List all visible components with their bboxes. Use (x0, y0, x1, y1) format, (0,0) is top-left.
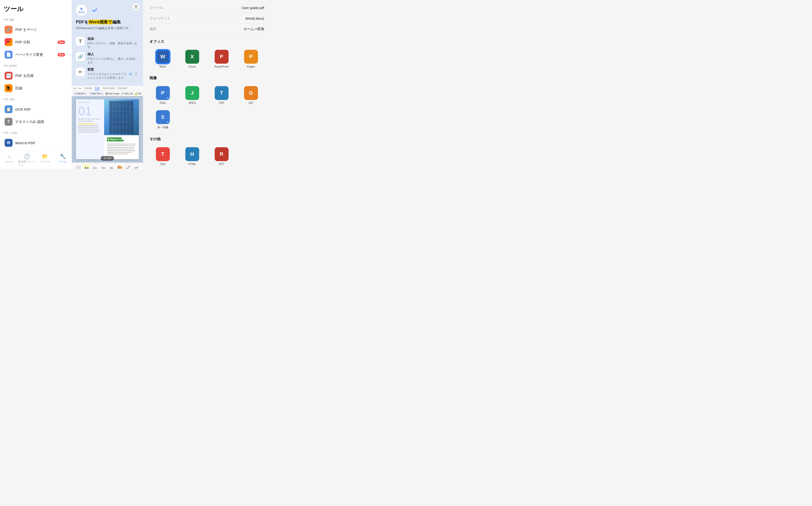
menu-item-word-pdf[interactable]: W Word to PDF › (4, 137, 68, 149)
section-pdf-optimize: PDF 最適化 (4, 64, 68, 68)
feature-add: T 追加 PDFにテキスト、画像、図形を追加します。 (76, 37, 139, 49)
font-aa4-icon[interactable]: Aa (108, 164, 115, 169)
page-title: ツール (4, 5, 68, 13)
gif-icon-box: G (244, 86, 258, 100)
nav-home[interactable]: ⌂ ホーム (0, 153, 18, 168)
ocr-icon: 📋 (5, 105, 12, 113)
redo-icon[interactable]: ↪ (78, 87, 81, 90)
title-prefix: PDFを (76, 20, 88, 24)
format-single[interactable]: S ✱ 単一画像 (149, 110, 176, 130)
ocr-label: OCR PDF (15, 107, 65, 111)
word-letter: W (160, 54, 165, 59)
select-icon[interactable]: ⬜ (75, 164, 82, 169)
add-image-btn[interactable]: 🖼 Add Image (105, 92, 120, 95)
menu-item-pagesize[interactable]: 📄 ページサイズ変更 New › (4, 49, 68, 61)
building-image (104, 99, 138, 135)
nav-recent-label: 最近開いたファイル (18, 160, 36, 167)
pdf-toolbar-1: ↩ ↪ Home Edit Comment Convert (72, 86, 143, 91)
right-panel: ファイル User guide.pdf フォーマット Word(.docx) 場… (143, 0, 271, 169)
watermark-btn[interactable]: 🔒 Wa (135, 92, 141, 95)
nav-recent[interactable]: 🕐 最近開いたファイル (18, 153, 36, 168)
pdf-right-col: Cool Buildings& Nice Gradients A calm wa… (104, 99, 138, 159)
pdf-tabs: Home Edit Comment Convert (85, 87, 127, 90)
single-letter: S (161, 114, 165, 120)
menu-button[interactable]: ☰ (132, 3, 140, 11)
format-jpeg[interactable]: J JPEG (179, 86, 205, 105)
menu-item-ocr[interactable]: 📋 OCR PDF › (4, 103, 68, 115)
format-text[interactable]: T Text (149, 147, 176, 166)
highlight-icon[interactable]: 🖍 (124, 164, 132, 169)
font-aa1-icon[interactable]: Aa (83, 164, 90, 169)
html-icon-box: H (185, 147, 199, 161)
font-aa3-icon[interactable]: Aa (99, 164, 107, 169)
info-row-format: フォーマット Word(.docx) (149, 16, 264, 24)
office-grid: W Word X Excel P PowerPoint P Pages (149, 50, 264, 68)
center-top-card: PDFをWord感覚で編集 PDFelementでの編集は非常に簡単です。 ☰ (72, 0, 143, 34)
pdf-text-area: Cool Buildings& Nice Gradients A calm wa… (104, 135, 138, 156)
split-badge: New (58, 40, 65, 44)
powerpoint-icon-box: P (215, 50, 228, 64)
format-rtf[interactable]: R RTF (208, 147, 235, 166)
format-value: Word(.docx) (245, 16, 264, 20)
png-label: PNG (160, 101, 166, 105)
edit-all-btn[interactable]: ✏ Edit All ∨ (73, 92, 87, 95)
format-png[interactable]: P ✱ PNG (149, 86, 176, 105)
insert-title: 挿入 (87, 52, 139, 57)
nav-home-label: ホーム (5, 160, 13, 163)
pagesize-chevron: › (66, 53, 67, 57)
format-pages[interactable]: P Pages (237, 50, 264, 68)
merge-chevron: › (66, 28, 67, 31)
nav-tools[interactable]: 🔧 ツール (54, 153, 72, 168)
format-word[interactable]: W Word (149, 50, 176, 68)
single-image-grid: S ✱ 単一画像 (149, 110, 264, 130)
bottom-toolbar: ⬜ Aa Aa Aa Aa 🎨 🖍 ↩ (72, 163, 143, 169)
format-label: フォーマット (149, 16, 170, 21)
undo-icon[interactable]: ↩ (74, 87, 76, 90)
tab-home[interactable]: Home (85, 87, 92, 90)
font-aa2-icon[interactable]: Aa (91, 164, 99, 169)
image-grid: P ✱ PNG J JPEG T TIFF G GIF (149, 86, 264, 105)
pdf-number: 01 (78, 105, 102, 117)
nav-files[interactable]: 📁 ファイル (36, 153, 54, 168)
rtf-icon-box: R (215, 147, 228, 161)
add-title: 追加 (87, 37, 139, 41)
info-row-location: 場所 ホーム->変換 (149, 27, 264, 34)
section-pdf-edit: PDF 編集 (4, 18, 68, 21)
png-letter: P (161, 90, 165, 96)
menu-item-merge[interactable]: 🔗 PDF をマージ › (4, 23, 68, 36)
format-gif[interactable]: G GIF (237, 86, 264, 105)
pagesize-label: ページサイズ変更 (15, 53, 56, 57)
gif-label: GIF (249, 101, 253, 105)
tab-convert[interactable]: Convert (117, 87, 127, 90)
menu-item-split[interactable]: ✂ PDF 分割 New › (4, 36, 68, 49)
single-icon-box: S ✱ (156, 110, 170, 124)
home-icon: ⌂ (7, 154, 10, 160)
pdf-page-inner: Work Your Best 01 Monday|31.01.2022| Onl… (76, 99, 138, 159)
files-icon: 📁 (42, 154, 48, 160)
tab-edit[interactable]: Edit (95, 87, 100, 90)
heading-highlight: Cool Buildings& Nice Gradients (107, 137, 124, 142)
word-pdf-label: Word to PDF (15, 141, 65, 145)
menu-item-compress-pdf[interactable]: 📉 PDF を圧縮 › (4, 70, 68, 82)
pages-icon-box: P (244, 50, 258, 64)
tab-comment[interactable]: Comment (102, 87, 114, 90)
pages-label: Pages (247, 65, 255, 68)
menu-item-text-only[interactable]: T テキストのみ 認識 › (4, 115, 68, 128)
pdf-heading: Cool Buildings& Nice Gradients (105, 136, 137, 143)
powerpoint-label: PowerPoint (214, 65, 228, 68)
page-indicator: 2 / 13 (101, 156, 114, 161)
menu-item-compress[interactable]: 🗜 圧縮 › (4, 82, 68, 94)
color-circle-icon[interactable]: 🎨 (116, 164, 123, 169)
undo-bottom-icon[interactable]: ↩ (133, 164, 140, 169)
add-text-btn[interactable]: T Add Text ∨ (89, 92, 104, 95)
format-tiff[interactable]: T TIFF (208, 86, 235, 105)
nav-files-label: ファイル (40, 160, 50, 163)
add-desc: PDFにテキスト、画像、図形を追加します。 (87, 41, 139, 49)
compress-pdf-chevron: › (66, 74, 67, 78)
word-pdf-chevron: › (66, 141, 67, 145)
add-link-btn[interactable]: 🔗 Add Link (121, 92, 133, 95)
format-powerpoint[interactable]: P PowerPoint (208, 50, 235, 68)
format-excel[interactable]: X Excel (179, 50, 205, 68)
excel-label: Excel (189, 65, 196, 68)
format-html[interactable]: H HTML (179, 147, 205, 166)
